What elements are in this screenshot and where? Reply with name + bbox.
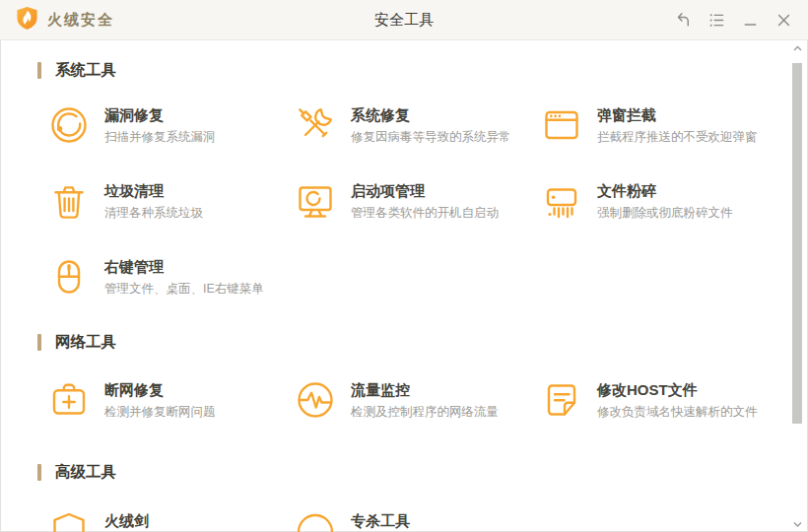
vulnerability-fix-icon xyxy=(47,103,91,147)
app-logo: 火绒安全 xyxy=(16,6,114,34)
section-title: 系统工具 xyxy=(55,60,116,81)
tool-title: 漏洞修复 xyxy=(104,105,216,125)
tools-grid: 火绒剑专杀工具 xyxy=(0,509,788,532)
special-kill-tools-icon xyxy=(294,509,337,532)
scrollbar-thumb[interactable] xyxy=(792,63,802,424)
popup-blocker-icon xyxy=(540,103,583,147)
tool-title: 火绒剑 xyxy=(104,511,149,531)
tool-text: 系统修复修复因病毒等导致的系统异常 xyxy=(351,103,511,147)
menu-list-icon xyxy=(707,11,726,30)
tool-item-vulnerability-fix[interactable]: 漏洞修复扫描并修复系统漏洞 xyxy=(47,103,216,147)
tool-section: 网络工具断网修复检测并修复断网问题流量监控检测及控制程序的网络流量修改HOST文… xyxy=(0,332,788,422)
tool-desc: 拦截程序推送的不受欢迎弹窗 xyxy=(597,129,758,146)
section-accent-bar xyxy=(37,464,41,481)
junk-clean-icon xyxy=(47,179,91,223)
tool-title: 启动项管理 xyxy=(351,181,499,201)
tool-desc: 检测及控制程序的网络流量 xyxy=(351,404,499,421)
tool-desc: 管理各类软件的开机自启动 xyxy=(351,205,499,222)
huorong-shield-flame-icon xyxy=(16,6,38,34)
minimize-icon xyxy=(741,11,760,30)
section-title: 网络工具 xyxy=(55,332,116,353)
startup-manager-icon xyxy=(294,179,337,223)
section-header: 高级工具 xyxy=(37,462,788,482)
tool-text: 断网修复检测并修复断网问题 xyxy=(104,378,216,422)
tool-item-junk-clean[interactable]: 垃圾清理清理各种系统垃圾 xyxy=(47,179,203,223)
tool-item-host-file-editor[interactable]: 修改HOST文件修改负责域名快速解析的文件 xyxy=(540,378,758,422)
tool-text: 文件粉碎强制删除或彻底粉碎文件 xyxy=(597,179,733,223)
system-repair-icon xyxy=(294,103,337,147)
context-menu-manager-icon xyxy=(47,255,91,299)
tool-title: 修改HOST文件 xyxy=(597,380,758,400)
tool-title: 流量监控 xyxy=(351,380,499,400)
scroll-down-icon[interactable] xyxy=(791,516,803,532)
section-header: 网络工具 xyxy=(37,332,788,352)
tools-panel: 系统工具漏洞修复扫描并修复系统漏洞系统修复修复因病毒等导致的系统异常弹窗拦截拦截… xyxy=(0,40,788,532)
tool-title: 弹窗拦截 xyxy=(597,105,758,125)
tool-text: 弹窗拦截拦截程序推送的不受欢迎弹窗 xyxy=(597,103,758,147)
section-accent-bar xyxy=(37,334,41,351)
window-title: 安全工具 xyxy=(374,11,434,30)
tool-item-network-repair[interactable]: 断网修复检测并修复断网问题 xyxy=(47,378,216,422)
tool-desc: 管理文件、桌面、IE右键菜单 xyxy=(104,281,264,298)
tool-item-popup-blocker[interactable]: 弹窗拦截拦截程序推送的不受欢迎弹窗 xyxy=(540,103,758,147)
tools-grid: 断网修复检测并修复断网问题流量监控检测及控制程序的网络流量修改HOST文件修改负… xyxy=(0,378,788,422)
section-accent-bar xyxy=(37,62,41,79)
menu-button[interactable] xyxy=(704,7,729,33)
network-repair-icon xyxy=(47,378,91,422)
scrollbar[interactable] xyxy=(791,40,803,532)
titlebar: 火绒安全 安全工具 xyxy=(0,0,808,40)
tool-title: 垃圾清理 xyxy=(104,181,203,201)
tool-section: 系统工具漏洞修复扫描并修复系统漏洞系统修复修复因病毒等导致的系统异常弹窗拦截拦截… xyxy=(0,60,788,299)
scroll-up-icon[interactable] xyxy=(791,40,803,56)
section-title: 高级工具 xyxy=(55,462,116,483)
tool-text: 右键管理管理文件、桌面、IE右键菜单 xyxy=(104,255,264,299)
huorong-sword-icon xyxy=(47,509,91,532)
tool-item-huorong-sword[interactable]: 火绒剑 xyxy=(47,509,149,532)
tool-title: 文件粉碎 xyxy=(597,181,733,201)
tool-text: 漏洞修复扫描并修复系统漏洞 xyxy=(104,103,216,147)
back-button[interactable] xyxy=(670,7,696,33)
back-icon xyxy=(674,11,693,30)
minimize-button[interactable] xyxy=(737,7,763,33)
tool-desc: 清理各种系统垃圾 xyxy=(104,205,203,222)
tool-title: 右键管理 xyxy=(104,257,264,277)
tools-grid: 漏洞修复扫描并修复系统漏洞系统修复修复因病毒等导致的系统异常弹窗拦截拦截程序推送… xyxy=(0,103,788,299)
tool-desc: 检测并修复断网问题 xyxy=(104,404,216,421)
scrollbar-track[interactable] xyxy=(791,56,803,516)
tool-section: 高级工具火绒剑专杀工具 xyxy=(0,462,788,532)
tool-text: 火绒剑 xyxy=(104,509,149,532)
host-file-editor-icon xyxy=(540,378,583,422)
file-shredder-icon xyxy=(540,179,583,223)
tool-text: 垃圾清理清理各种系统垃圾 xyxy=(104,179,203,223)
app-name: 火绒安全 xyxy=(47,11,114,30)
tool-desc: 修改负责域名快速解析的文件 xyxy=(597,404,758,421)
tool-item-special-kill-tools[interactable]: 专杀工具 xyxy=(294,509,410,532)
close-button[interactable] xyxy=(771,7,796,33)
window-controls xyxy=(670,7,796,33)
tool-item-traffic-monitor[interactable]: 流量监控检测及控制程序的网络流量 xyxy=(294,378,499,422)
tool-text: 修改HOST文件修改负责域名快速解析的文件 xyxy=(597,378,758,422)
tool-desc: 扫描并修复系统漏洞 xyxy=(104,129,216,146)
tool-title: 系统修复 xyxy=(351,105,511,125)
tool-text: 专杀工具 xyxy=(351,509,410,532)
tool-item-system-repair[interactable]: 系统修复修复因病毒等导致的系统异常 xyxy=(294,103,511,147)
tool-item-context-menu-manager[interactable]: 右键管理管理文件、桌面、IE右键菜单 xyxy=(47,255,264,299)
close-icon xyxy=(774,11,793,30)
tool-desc: 强制删除或彻底粉碎文件 xyxy=(597,205,733,222)
tool-text: 启动项管理管理各类软件的开机自启动 xyxy=(351,179,499,223)
traffic-monitor-icon xyxy=(294,378,337,422)
tool-desc: 修复因病毒等导致的系统异常 xyxy=(351,129,511,146)
section-header: 系统工具 xyxy=(37,60,788,80)
tool-text: 流量监控检测及控制程序的网络流量 xyxy=(351,378,499,422)
tool-item-file-shredder[interactable]: 文件粉碎强制删除或彻底粉碎文件 xyxy=(540,179,733,223)
tool-item-startup-manager[interactable]: 启动项管理管理各类软件的开机自启动 xyxy=(294,179,499,223)
tool-title: 专杀工具 xyxy=(351,511,410,531)
tool-title: 断网修复 xyxy=(104,380,216,400)
